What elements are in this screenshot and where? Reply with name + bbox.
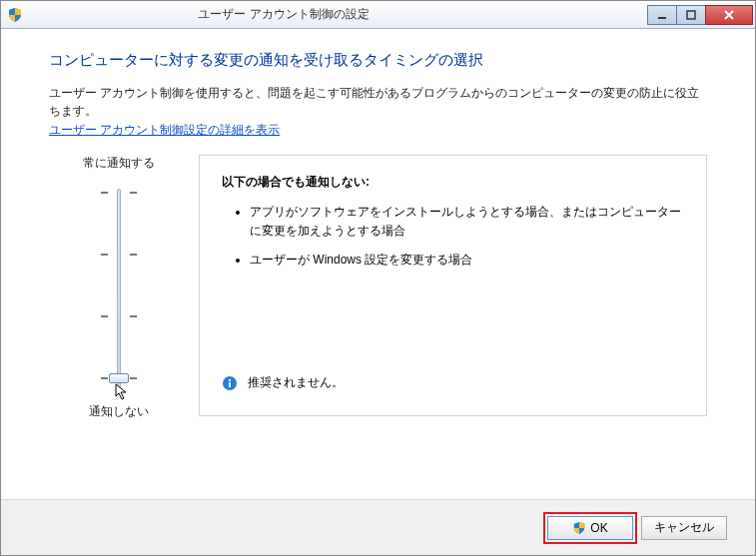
svg-rect-1 (687, 11, 695, 19)
window-title: ユーザー アカウント制御の設定 (0, 6, 648, 23)
window-buttons (648, 5, 753, 25)
svg-rect-0 (658, 17, 666, 19)
panel-title: 以下の場合でも通知しない: (222, 174, 684, 191)
maximize-button[interactable] (676, 5, 706, 25)
close-button[interactable] (705, 5, 753, 25)
ok-button[interactable]: OK (547, 516, 633, 540)
slider-tick (101, 254, 108, 256)
slider-top-label: 常に通知する (83, 155, 155, 172)
slider-bottom-label: 通知しない (89, 403, 149, 420)
notification-level-slider[interactable] (84, 184, 154, 393)
titlebar: ユーザー アカウント制御の設定 (1, 1, 755, 29)
recommendation-text: 推奨されません。 (248, 374, 344, 391)
slider-tick (101, 377, 108, 379)
panel-bullet: ユーザーが Windows 設定を変更する場合 (250, 251, 684, 270)
recommendation-row: 推奨されません。 (222, 374, 344, 391)
page-heading: コンピューターに対する変更の通知を受け取るタイミングの選択 (49, 51, 707, 70)
slider-tick (101, 315, 108, 317)
cancel-button-label: キャンセル (654, 519, 714, 536)
panel-bullet: アプリがソフトウェアをインストールしようとする場合、またはコンピューターに変更を… (250, 203, 684, 241)
slider-tick (130, 192, 137, 194)
slider-tick (130, 377, 137, 379)
slider-tick (101, 192, 108, 194)
body-row: 常に通知する (49, 155, 707, 420)
minimize-button[interactable] (647, 5, 677, 25)
page-description: ユーザー アカウント制御を使用すると、問題を起こす可能性があるプログラムからのコ… (49, 84, 707, 120)
cancel-button[interactable]: キャンセル (641, 516, 727, 540)
svg-rect-4 (229, 379, 231, 381)
slider-thumb[interactable] (109, 373, 129, 383)
slider-tick (130, 315, 137, 317)
uac-settings-window: ユーザー アカウント制御の設定 コンピューターに対する変更の通知を受け取るタイミ… (0, 0, 756, 556)
shield-icon (572, 521, 586, 535)
panel-bullet-list: アプリがソフトウェアをインストールしようとする場合、またはコンピューターに変更を… (222, 203, 684, 271)
slider-tick (130, 254, 137, 256)
level-description-panel: 以下の場合でも通知しない: アプリがソフトウェアをインストールしようとする場合、… (199, 155, 707, 416)
slider-column: 常に通知する (49, 155, 189, 420)
ok-button-label: OK (590, 521, 607, 535)
slider-track (117, 189, 121, 388)
info-icon (222, 375, 238, 391)
content-area: コンピューターに対する変更の通知を受け取るタイミングの選択 ユーザー アカウント… (1, 29, 755, 499)
help-link[interactable]: ユーザー アカウント制御設定の詳細を表示 (49, 122, 280, 139)
svg-rect-3 (229, 382, 231, 387)
footer-button-bar: OK キャンセル (1, 499, 755, 555)
